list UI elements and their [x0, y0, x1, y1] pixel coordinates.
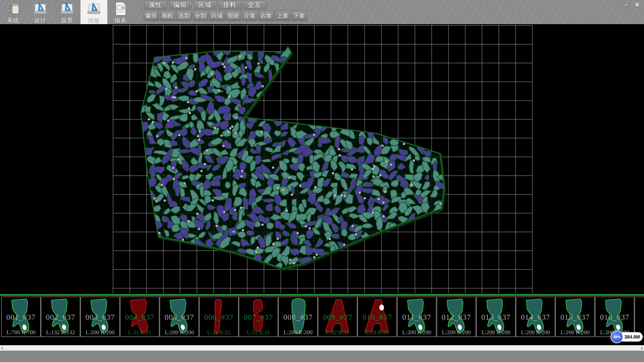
menu-button-row1-3[interactable]: 排料: [219, 1, 241, 9]
menu-row-1: 属性编辑区域排料交互: [144, 1, 268, 9]
piece-lr-count: L:33 R:33: [358, 329, 396, 336]
tab-label: 排版: [88, 17, 100, 24]
layout-icon: [86, 1, 102, 16]
piece-id: 002_#37: [41, 313, 80, 322]
nesting-canvas[interactable]: [0, 24, 644, 294]
tab-label: 报表: [115, 17, 127, 24]
piece-id: 004_#37: [120, 313, 159, 322]
piece-lr-count: L:200 R:200: [556, 329, 594, 336]
piece-lr-count: L:31 R:31: [239, 329, 278, 336]
tab-label: 设置: [61, 17, 73, 24]
menu-button-row2-3[interactable]: 全割: [193, 10, 208, 21]
piece-thumbnail[interactable]: 005_#37L:200 R:200: [160, 297, 199, 337]
piece-lr-count: L:700 R:700: [2, 329, 40, 336]
tab-report[interactable]: 报表: [107, 0, 134, 24]
piece-thumbnail[interactable]: 014_#37L:200 R:200: [516, 297, 555, 337]
tab-settings[interactable]: 设置: [54, 0, 80, 24]
settings-icon: [59, 1, 75, 16]
tab-label: 系统: [7, 17, 19, 24]
piece-thumbnail[interactable]: 015_#37L:200 R:200: [555, 297, 595, 337]
memory-value: 384.8M: [624, 334, 640, 340]
minimize-button[interactable]: –: [621, 1, 632, 9]
main-tabbar: 系统设计设置排版报表: [0, 0, 134, 24]
piece-lr-count: L:21 R:21: [200, 329, 238, 336]
piece-thumbnail[interactable]: 007_#37L:31 R:31: [239, 297, 278, 337]
menu-row-2: 聚排相机选割全割区域瑕疵左靠右靠上靠下靠: [144, 10, 308, 21]
piece-thumbnail[interactable]: 011_#37L:200 R:200: [397, 297, 436, 337]
piece-thumbnail[interactable]: 008_#37L:200 R:200: [278, 297, 318, 337]
piece-id: 014_#37: [516, 313, 555, 322]
piece-lr-count: L:200 R:200: [477, 329, 515, 336]
piece-lr-count: L:31 R:31: [120, 329, 159, 336]
utilization-percent: 38%: [613, 335, 621, 339]
piece-lr-count: L:200 R:200: [437, 329, 476, 336]
tab-design[interactable]: 设计: [27, 0, 54, 24]
menu-button-row2-5[interactable]: 瑕疵: [226, 10, 241, 21]
piece-id: 008_#37: [279, 313, 317, 322]
piece-thumbnail-strip: 001_#37L:700 R:700002_#37L:132 R:132003_…: [0, 296, 644, 338]
piece-thumbnail[interactable]: 003_#37L:200 R:200: [80, 297, 120, 337]
piece-thumbnail[interactable]: [635, 297, 644, 337]
tab-system[interactable]: 系统: [0, 0, 27, 24]
menu-button-row1-1[interactable]: 编辑: [169, 1, 192, 9]
piece-id: 015_#37: [556, 313, 594, 322]
report-icon: [113, 1, 128, 16]
tab-layout[interactable]: 排版: [80, 0, 107, 24]
menu-button-row2-0[interactable]: 聚排: [144, 10, 159, 21]
piece-thumbnail[interactable]: 010_#37L:33 R:33: [358, 297, 397, 337]
piece-thumbnail[interactable]: 013_#37L:200 R:200: [476, 297, 516, 337]
piece-thumbnail[interactable]: 006_#37L:21 R:21: [199, 297, 238, 337]
piece-id: 005_#37: [160, 313, 199, 322]
piece-id: 009_#37: [318, 313, 357, 322]
piece-lr-count: L:132 R:132: [41, 329, 80, 336]
piece-id: 010_#37: [358, 313, 396, 322]
bottom-bar: [0, 351, 644, 362]
menu-button-row2-6[interactable]: 左靠: [242, 10, 258, 21]
menu-button-row1-0[interactable]: 属性: [144, 1, 167, 9]
piece-thumbnail[interactable]: 002_#37L:132 R:132: [41, 297, 80, 337]
piece-shape: [636, 297, 644, 337]
tab-label: 设计: [34, 17, 46, 24]
toolbar: 系统设计设置排版报表 属性编辑区域排料交互 聚排相机选割全割区域瑕疵左靠右靠上靠…: [0, 0, 644, 24]
piece-thumbnail[interactable]: 001_#37L:700 R:700: [1, 297, 41, 337]
piece-lr-count: L:32 R:31: [318, 329, 357, 336]
menu-button-row1-2[interactable]: 区域: [194, 1, 217, 9]
menu-button-row2-4[interactable]: 区域: [209, 10, 225, 21]
piece-lr-count: L:200 R:200: [397, 329, 436, 336]
design-icon: [33, 1, 48, 16]
piece-lr-count: L:200 R:200: [279, 329, 317, 336]
piece-lr-count: L:200 R:200: [516, 329, 555, 336]
piece-id: 011_#37: [397, 313, 436, 322]
piece-id: 006_#37: [200, 313, 238, 322]
piece-thumbnail[interactable]: 009_#37L:32 R:31: [318, 297, 357, 337]
piece-lr-count: L:200 R:200: [160, 329, 199, 336]
menu-button-row2-2[interactable]: 选割: [176, 10, 192, 21]
piece-id: 016_#37: [595, 313, 634, 322]
menu-button-row2-9[interactable]: 下靠: [291, 10, 307, 21]
piece-lr-count: L:200 R:200: [81, 329, 119, 336]
piece-thumbnail[interactable]: 004_#37L:31 R:31: [120, 297, 159, 337]
menu-button-row1-4[interactable]: 交互: [244, 1, 266, 9]
scroll-right-icon[interactable]: ›: [640, 346, 644, 350]
menu-button-row2-1[interactable]: 相机: [160, 10, 175, 21]
application-window: 系统设计设置排版报表 属性编辑区域排料交互 聚排相机选割全割区域瑕疵左靠右靠上靠…: [0, 0, 644, 362]
utilization-badge: 38%: [610, 330, 623, 343]
scroll-left-icon[interactable]: ‹: [0, 346, 4, 350]
piece-id: 003_#37: [81, 313, 119, 322]
piece-id: 013_#37: [477, 313, 515, 322]
menu-button-row2-8[interactable]: 上靠: [275, 10, 290, 21]
piece-id: 007_#37: [239, 313, 278, 322]
system-icon: [6, 1, 21, 16]
window-controls: – ✕: [621, 1, 643, 9]
menu-button-row2-7[interactable]: 右靠: [259, 10, 274, 21]
piece-id: 001_#37: [2, 313, 40, 322]
horizontal-scrollbar[interactable]: ‹ ›: [0, 345, 644, 351]
piece-id: 012_#37: [437, 313, 476, 322]
close-button[interactable]: ✕: [632, 1, 643, 9]
piece-thumbnail[interactable]: 012_#37L:200 R:200: [437, 297, 476, 337]
